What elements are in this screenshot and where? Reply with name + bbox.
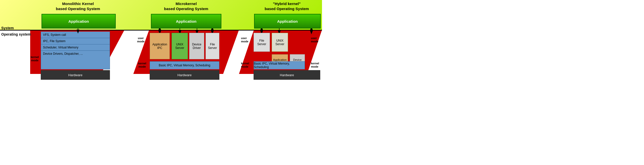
main-container: System Operating system Monolithic Kerne… bbox=[0, 0, 322, 82]
d1-layer-ipc: IPC, File System bbox=[41, 38, 110, 44]
d2-kernel-mode-label: kernel mode bbox=[138, 62, 146, 68]
d2-device-driver-box: Device Driver bbox=[189, 33, 204, 59]
d3-kernel-mode-right-label: kernel mode bbox=[311, 62, 319, 68]
d3-user-mode-right-label: user mode bbox=[311, 37, 318, 43]
d3-kernel-mode-label: kernel mode bbox=[241, 62, 249, 68]
d2-file-server-box: File Server bbox=[206, 33, 219, 59]
d2-application-box: Application bbox=[151, 14, 221, 29]
d2-basic-ipc-box: Basic IPC, Virtual Memory, Scheduling bbox=[150, 61, 219, 69]
d3-unix-server-box: UNIX Server bbox=[272, 33, 288, 52]
system-divider bbox=[0, 30, 322, 31]
system-label: System bbox=[1, 26, 14, 30]
d1-layer-drivers: Device Drivers, Dispatcher, ... bbox=[41, 51, 110, 57]
d3-title: "Hybrid kernel" based Operating System bbox=[252, 1, 322, 11]
d1-layer-scheduler: Scheduler, Virtual Memory bbox=[41, 44, 110, 51]
d2-user-mode-label: user mode bbox=[137, 37, 144, 43]
d2-app-ipc-box: Application IPC bbox=[150, 33, 170, 59]
d1-kernel-layers-box: VFS, System call IPC, File System Schedu… bbox=[41, 32, 110, 69]
d1-kernel-mode-label: kernel mode bbox=[31, 56, 39, 62]
d3-file-server-box: File Server bbox=[254, 33, 270, 52]
os-label: Operating system bbox=[1, 32, 31, 36]
d1-title: Monolithic Kernel based Operating System bbox=[40, 1, 116, 11]
d1-hardware-box: Hardware bbox=[41, 70, 110, 80]
d3-hardware-box: Hardware bbox=[254, 70, 320, 80]
d3-user-mode-label: user mode bbox=[241, 37, 248, 43]
d2-unix-server-box: UNIX Server bbox=[172, 33, 188, 59]
d3-basic-ipc-box: Basic IPC, Virtual Memory, Scheduling bbox=[254, 61, 305, 69]
d3-application-box: Application bbox=[254, 14, 321, 29]
d2-title: Microkernel based Operating System bbox=[146, 1, 226, 11]
d1-application-box: Application bbox=[42, 14, 116, 29]
d2-hardware-box: Hardware bbox=[150, 70, 219, 80]
d1-layer-vfs: VFS, System call bbox=[41, 32, 110, 38]
